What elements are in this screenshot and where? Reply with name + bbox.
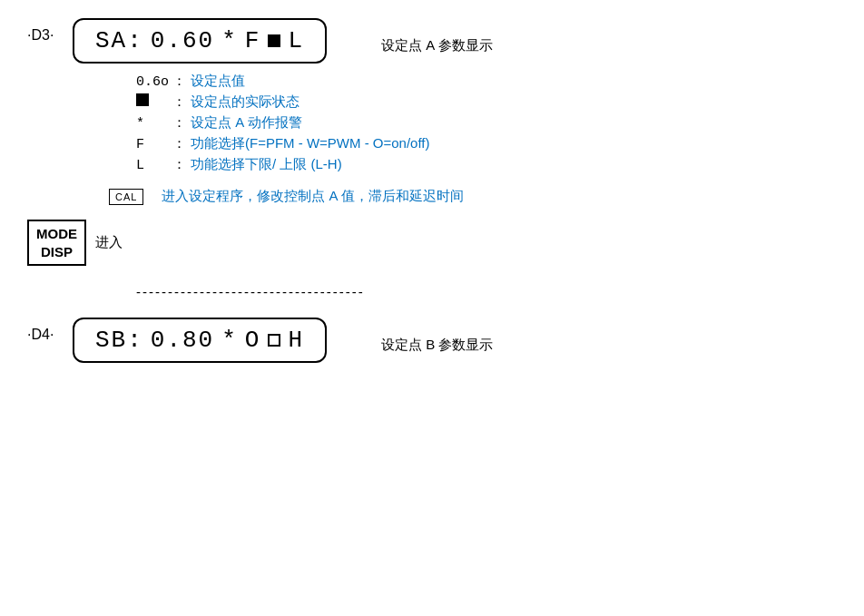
sb-o-letter: O <box>245 327 261 354</box>
desc-text-0: 设定点值 <box>191 73 245 90</box>
sb-h-letter: H <box>288 327 304 354</box>
sb-text: SB: <box>95 327 143 354</box>
desc-text-2: 设定点 A 动作报警 <box>191 114 302 132</box>
d3-display-box: SA: 0.60 * F L <box>73 18 327 64</box>
sa-square-icon <box>268 34 280 47</box>
mode-line2: DISP <box>36 243 77 261</box>
desc-symbol-1 <box>136 93 172 106</box>
d3-section-label: 设定点 A 参数显示 <box>381 28 493 54</box>
desc-symbol-3: F <box>136 137 172 152</box>
d4-section: ·D4· SB: 0.80 * O H 设定点 B 参数显示 <box>27 318 837 363</box>
cal-description: 进入设定程序，修改控制点 A 值，滞后和延迟时间 <box>162 188 464 205</box>
desc-text-1: 设定点的实际状态 <box>191 93 299 111</box>
desc-row-0: 0.6o ： 设定点值 <box>136 73 837 90</box>
desc-row-4: L ： 功能选择下限/ 上限 (L-H) <box>136 156 837 173</box>
d3-label: ·D3· <box>27 18 73 44</box>
d4-display-box: SB: 0.80 * O H <box>73 318 327 363</box>
d4-section-label: 设定点 B 参数显示 <box>381 328 493 354</box>
mode-line1: MODE <box>36 225 77 243</box>
d3-section: ·D3· SA: 0.60 * F L 设定点 A 参数显示 <box>27 18 837 64</box>
desc-row-2: * ： 设定点 A 动作报警 <box>136 114 837 132</box>
desc-row-3: F ： 功能选择(F=PFM - W=PWM - O=on/off) <box>136 135 837 152</box>
mode-enter-text: 进入 <box>95 234 123 251</box>
sb-value: 0.80 <box>151 327 214 354</box>
sa-asterisk: * <box>221 27 238 54</box>
desc-symbol-0: 0.6o <box>136 74 172 90</box>
d3-description-area: 0.6o ： 设定点值 ： 设定点的实际状态 * ： 设定点 A 动作报警 F … <box>136 73 837 173</box>
desc-colon-3: ： <box>172 135 191 152</box>
sa-f-letter: F <box>245 27 261 54</box>
mode-disp-box[interactable]: MODE DISP <box>27 220 86 266</box>
mode-row: MODE DISP 进入 <box>27 220 837 266</box>
cal-row: CAL 进入设定程序，修改控制点 A 值，滞后和延迟时间 <box>109 188 837 205</box>
sa-value: 0.60 <box>151 27 214 54</box>
divider: ------------------------------------ <box>136 284 837 299</box>
desc-symbol-2: * <box>136 116 172 132</box>
desc-symbol-4: L <box>136 158 172 173</box>
desc-colon-0: ： <box>172 73 191 90</box>
sa-l-letter: L <box>288 27 304 54</box>
inline-square-icon <box>136 93 149 106</box>
desc-colon-4: ： <box>172 156 191 173</box>
d4-label: ·D4· <box>27 318 73 343</box>
desc-colon-2: ： <box>172 114 191 132</box>
sb-asterisk: * <box>221 327 238 354</box>
desc-colon-1: ： <box>172 93 191 111</box>
desc-text-3: 功能选择(F=PFM - W=PWM - O=on/off) <box>191 135 430 152</box>
sa-text: SA: <box>95 27 143 54</box>
desc-text-4: 功能选择下限/ 上限 (L-H) <box>191 156 342 173</box>
desc-row-1: ： 设定点的实际状态 <box>136 93 837 111</box>
sb-square-outline-icon <box>268 334 280 347</box>
cal-box[interactable]: CAL <box>109 189 143 205</box>
